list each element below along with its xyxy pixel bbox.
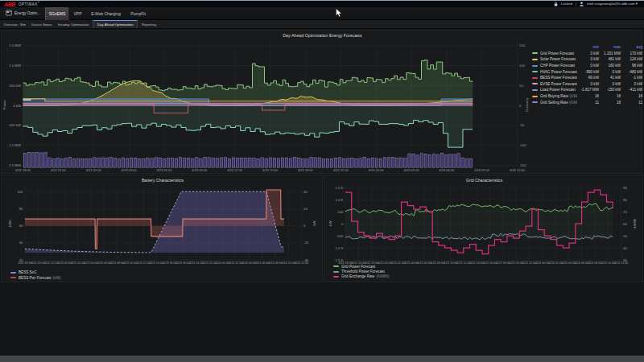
- legend-label: Grid Selling Rate (¢/kWh): [540, 101, 577, 105]
- dashboard-subnav: Overview : SiteDevice StatusIntraday Opt…: [0, 20, 644, 29]
- legend-label: Grid Exchange Rate: [341, 274, 374, 278]
- x-tick-label: 4/23 22:00: [203, 261, 217, 265]
- legend-max: 0 kW: [599, 82, 621, 86]
- app-menu-button[interactable]: Energy Optim...: [6, 10, 40, 16]
- subnav-reporting[interactable]: Reporting: [139, 21, 158, 28]
- subnav-overview-site[interactable]: Overview : Site: [2, 21, 28, 28]
- legend-max: 18: [599, 101, 621, 105]
- legend-swatch: [532, 59, 538, 60]
- legend-label: Grid Buying Rate (¢/kWh): [540, 94, 577, 98]
- legend-min: 0 kW: [577, 57, 599, 61]
- legend-item[interactable]: Grid Exchange Rate(¢/kWh): [333, 274, 389, 279]
- x-tick-label: 4/24 10:00: [282, 261, 295, 265]
- legend-max: 481 kW: [599, 57, 621, 61]
- y-right-tick-label: -100: [519, 143, 526, 147]
- panel-battery: Battery Characteristics4/22 18:004/22 20…: [1, 175, 323, 282]
- legend-label: CHP Power Forecast: [540, 64, 577, 68]
- legend-label: BESS SoC: [19, 270, 36, 274]
- x-tick-label: 4/24 00:00: [535, 261, 549, 265]
- legend-row[interactable]: Load Power Forecast-1.817 MW-150 kW-411 …: [532, 87, 642, 93]
- legend-swatch: [532, 89, 538, 91]
- legend-swatch: [532, 83, 538, 84]
- legend-swatch: [532, 71, 538, 72]
- legend-row[interactable]: EVSE Power Forecast0 kW0 kW0 kW: [532, 81, 642, 88]
- y-left-tick-label: 40: [19, 241, 23, 245]
- legend-item[interactable]: Threshold Power Forecast: [333, 269, 389, 274]
- y-right-tick-label: 90: [623, 186, 627, 190]
- legend-row[interactable]: BESS Power Forecast-90 kW41 kW-1 kW: [532, 75, 642, 81]
- legend-min: 0 kW: [577, 51, 599, 56]
- x-tick-label: 4/22 22:00: [44, 261, 58, 265]
- y-right-tick-label: 50: [519, 84, 523, 88]
- topbar-user-area: Locked emil.scognamiglio@it.abb.com ▾: [554, 1, 638, 6]
- chevron-down-icon: ▾: [636, 2, 638, 6]
- x-tick-label: 4/23 02:00: [71, 261, 85, 265]
- axis-title-left: kWh: [8, 220, 12, 227]
- legend-row[interactable]: CHP Power Forecast0 kW160 kW98 kW: [532, 63, 642, 69]
- y-left-tick-label: 500 kW: [9, 84, 22, 88]
- x-tick-label: 4/24 04:00: [562, 261, 576, 265]
- y-left-tick-label: 0: [341, 222, 344, 226]
- subnav-intraday-optimization[interactable]: Intraday Optimization: [56, 21, 91, 28]
- x-tick-label: 4/24 00:00: [216, 261, 229, 265]
- chart-battery[interactable]: Battery Characteristics4/22 18:004/22 20…: [2, 175, 324, 283]
- y-left-tick-label: 1.0 MW: [9, 64, 22, 68]
- x-tick-label: 4/24 00:00: [369, 168, 385, 172]
- legend-max: 0 kW: [599, 70, 621, 74]
- x-tick-label: 4/22 18:00: [15, 168, 31, 172]
- legend-min: 11: [577, 101, 599, 105]
- y-right-tick-label: 70: [623, 210, 627, 214]
- legend-max: 41 kW: [599, 76, 621, 80]
- x-tick-label: 4/24 02:00: [229, 261, 242, 265]
- user-menu[interactable]: emil.scognamiglio@it.abb.com ▾: [587, 2, 638, 6]
- x-tick-label: 4/23 00:00: [86, 168, 102, 172]
- legend-row[interactable]: Grid Buying Rate (¢/kWh)161818: [532, 93, 642, 100]
- legend-avg: 11: [621, 101, 642, 105]
- top-bar: ABB OPTIMAX® Locked emil.scognamiglio@it…: [0, 0, 644, 7]
- legend-max: 160 kW: [599, 64, 621, 68]
- user-email: emil.scognamiglio@it.abb.com: [587, 2, 635, 6]
- axis-title-right: ¢/kWh: [633, 218, 637, 228]
- legend-min: 0 kW: [577, 82, 599, 86]
- legend-swatch: [333, 271, 339, 273]
- app-window: ABB OPTIMAX® Locked emil.scognamiglio@it…: [0, 0, 644, 362]
- tab-vpp[interactable]: VPP: [69, 7, 86, 20]
- subnav-device-status[interactable]: Device Status: [30, 21, 54, 28]
- tab-pumpfit[interactable]: PumpFit: [126, 7, 151, 20]
- legend-min: -1.817 MW: [577, 88, 599, 92]
- legend-max: 18: [599, 94, 621, 98]
- y-left-tick-label: -500 kW: [8, 123, 22, 127]
- legend-label: Threshold Power Forecast: [341, 269, 385, 274]
- x-tick-label: 4/22 20:00: [31, 261, 45, 265]
- legend-swatch: [10, 277, 16, 278]
- x-tick-label: 4/24 12:00: [510, 168, 526, 172]
- y-right-tick-label: 50: [623, 234, 627, 238]
- y-left-tick-label: 1.5 MW: [9, 43, 22, 47]
- y-left-tick-label: 20: [19, 258, 23, 262]
- tab-sgxems[interactable]: SGxEMS: [45, 7, 69, 20]
- legend-item[interactable]: BESS Pwr Forecast(kW): [10, 275, 60, 280]
- legend-row[interactable]: Grid Selling Rate (¢/kWh)111811: [532, 99, 642, 105]
- y-left-tick-label: -1.0 MW: [8, 143, 22, 147]
- panel-title[interactable]: Day-Ahead Optimization Energy Forecasts: [283, 33, 362, 38]
- legend-min: -90 kW: [577, 76, 599, 80]
- x-tick-label: 4/23 02:00: [391, 261, 405, 265]
- panel-title[interactable]: Battery Characteristics: [142, 178, 184, 183]
- legend-row[interactable]: Grid Power Forecast0 kW1.201 MW170 kW: [532, 51, 642, 57]
- subnav-day-ahead-optimization[interactable]: Day-Ahead Optimization: [93, 20, 138, 28]
- x-tick-label: 4/24 09:00: [474, 168, 490, 172]
- y-left-tick-label: 1.5 K: [335, 186, 343, 190]
- y-left-tick-label: 100: [17, 190, 23, 194]
- x-tick-label: 4/23 12:00: [456, 261, 470, 265]
- panel-title[interactable]: Grid Characteristics: [466, 178, 503, 183]
- legend-swatch: [532, 77, 538, 79]
- legend-row[interactable]: HVAC Power Forecast-990 kW0 kW-480 kW: [532, 68, 642, 75]
- x-tick-label: 4/24 06:00: [575, 261, 588, 265]
- x-tick-label: 4/24 04:00: [242, 261, 256, 265]
- legend-row[interactable]: Solar Power Forecast0 kW481 kW124 kW: [532, 56, 642, 63]
- y-left-tick-label: -1.5 MW: [8, 163, 22, 167]
- legend-avg: -411 kW: [621, 88, 642, 92]
- tab-e-mob-charging[interactable]: E-Mob Charging: [86, 7, 126, 20]
- product-label: OPTIMAX: [19, 2, 38, 6]
- legend: Grid Power ForecastThreshold Power Forec…: [333, 264, 389, 279]
